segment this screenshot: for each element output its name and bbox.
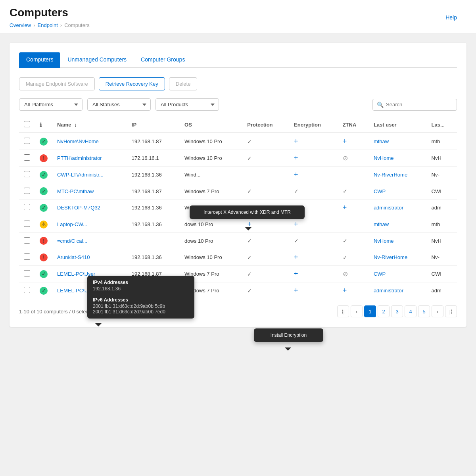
ztna-cell: ⊘ — [338, 266, 369, 282]
info-icon[interactable]: ℹ — [40, 122, 42, 128]
last-user-link[interactable]: CWP — [374, 188, 386, 194]
row-checkbox[interactable] — [24, 237, 30, 244]
last-user-link[interactable]: mthaw — [374, 221, 389, 227]
ztna-cell: + — [338, 200, 369, 216]
computer-name-link[interactable]: Laptop-CW... — [57, 221, 87, 227]
page-1-button[interactable]: 1 — [364, 305, 376, 317]
row-checkbox[interactable] — [24, 253, 30, 260]
pagination-summary: 1-10 of 10 computers / 0 selected — [19, 309, 96, 315]
plus-icon[interactable]: + — [294, 253, 298, 261]
plus-icon[interactable]: + — [343, 137, 347, 145]
last-user-link[interactable]: administrator — [374, 205, 403, 211]
row-checkbox[interactable] — [24, 270, 30, 276]
check-icon: ✓ — [343, 254, 347, 261]
check-icon: ✓ — [247, 188, 252, 194]
status-filter[interactable]: All Statuses — [87, 98, 151, 111]
plus-icon[interactable]: + — [343, 203, 347, 211]
computer-name-link[interactable]: =cmd/C cal... — [57, 238, 87, 244]
row-checkbox[interactable] — [24, 154, 30, 161]
table-row: ✓ LEMEL-PC\User2 192.168.1.36 Windows 7 … — [19, 282, 457, 299]
check-icon: ✓ — [247, 288, 252, 294]
plus-icon[interactable]: + — [343, 286, 347, 294]
page-2-button[interactable]: 2 — [378, 305, 390, 317]
computer-name-link[interactable]: DESKTOP-M7Q32 — [57, 205, 100, 211]
product-filter[interactable]: All Products — [155, 98, 219, 111]
interceptx-tooltip-arrow — [245, 227, 251, 230]
plus-icon[interactable]: + — [294, 270, 298, 278]
last-user-link[interactable]: NvHome — [374, 238, 394, 244]
last-cell: mth — [427, 216, 457, 233]
plus-icon[interactable]: + — [294, 286, 298, 294]
ip-cell: 192.168.1.36 — [127, 249, 180, 266]
page-4-button[interactable]: 4 — [405, 305, 416, 317]
select-all-checkbox[interactable] — [24, 121, 30, 127]
last-cell: adm — [427, 200, 457, 216]
page-5-button[interactable]: 5 — [418, 305, 430, 317]
os-cell: Windows 10 Pro — [180, 150, 242, 167]
ip-tooltip-arrow — [95, 323, 102, 326]
status-icon: ✓ — [40, 187, 48, 195]
protection-cell: ✓ — [242, 233, 289, 249]
toolbar: Manage Endpoint Software Retrieve Recove… — [19, 77, 457, 90]
last-user-link[interactable]: mthaw — [374, 138, 389, 144]
row-checkbox[interactable] — [24, 171, 30, 177]
breadcrumb-overview[interactable]: Overview — [10, 22, 31, 28]
last-user-link[interactable]: CWP — [374, 271, 386, 277]
pagination: 1-10 of 10 computers / 0 selected ⟨| ‹ 1… — [19, 305, 457, 317]
last-page-button[interactable]: |⟩ — [445, 305, 457, 317]
page-3-button[interactable]: 3 — [391, 305, 403, 317]
status-icon: ✓ — [40, 204, 48, 212]
search-input[interactable] — [386, 102, 453, 107]
retrieve-recovery-key-button[interactable]: Retrieve Recovery Key — [99, 77, 165, 90]
row-checkbox[interactable] — [24, 138, 30, 144]
tab-groups[interactable]: Computer Groups — [134, 52, 192, 68]
manage-endpoint-button[interactable]: Manage Endpoint Software — [19, 77, 95, 90]
ip-cell: 192.168.1.87 — [127, 183, 180, 200]
next-page-button[interactable]: › — [432, 305, 443, 317]
ip-cell: 172.16.16.1 — [127, 150, 180, 167]
check-icon: ✓ — [294, 188, 299, 194]
tab-computers[interactable]: Computers — [19, 52, 60, 68]
breadcrumb: Overview › Endpoint › Computers — [10, 22, 466, 33]
last-user-link[interactable]: NvHome — [374, 155, 394, 161]
ip-cell: 192.168.1.36 — [127, 167, 180, 183]
ipv6-value2: 2001:fb1:31:d63c:d2d:9ab0b:7ed0 — [93, 309, 189, 315]
row-checkbox[interactable] — [24, 204, 30, 210]
computer-name-link[interactable]: MTC-PC\mthaw — [57, 188, 94, 194]
computer-name-link[interactable]: NvHome\NvHome — [57, 138, 99, 144]
encryption-cell: + — [289, 249, 338, 266]
row-checkbox[interactable] — [24, 188, 30, 194]
computer-name-link[interactable]: CWP-LT\Administr... — [57, 172, 104, 178]
plus-icon[interactable]: + — [247, 220, 251, 228]
install-enc-tooltip: Install Encryption — [254, 328, 323, 342]
filters-bar: All Platforms All Statuses All Products … — [19, 98, 457, 111]
check-icon: ✓ — [247, 271, 252, 277]
last-user-link[interactable]: administrator — [374, 288, 403, 294]
plus-icon[interactable]: + — [294, 154, 298, 162]
computers-card: Computers Unmanaged Computers Computer G… — [10, 43, 466, 327]
last-cell: NvH — [427, 233, 457, 249]
last-cell: adm — [427, 282, 457, 299]
col-encryption: Encryption — [289, 117, 338, 133]
last-user-link[interactable]: Nv-RiverHome — [374, 172, 407, 178]
plus-icon[interactable]: + — [294, 171, 298, 178]
delete-button[interactable]: Delete — [169, 77, 198, 90]
breadcrumb-endpoint[interactable]: Endpoint — [38, 22, 58, 28]
help-link[interactable]: Help — [445, 14, 457, 21]
last-user-link[interactable]: Nv-RiverHome — [374, 254, 407, 260]
prev-page-button[interactable]: ‹ — [351, 305, 363, 317]
plus-icon[interactable]: + — [294, 220, 298, 228]
row-checkbox[interactable] — [24, 221, 30, 227]
page-controls: ⟨| ‹ 1 2 3 4 5 › |⟩ — [337, 305, 457, 317]
computer-name-link[interactable]: Arunkiat-S410 — [57, 254, 90, 260]
plus-icon[interactable]: + — [294, 137, 298, 145]
platform-filter[interactable]: All Platforms — [19, 98, 83, 111]
row-checkbox[interactable] — [24, 287, 30, 293]
first-page-button[interactable]: ⟨| — [337, 305, 349, 317]
protection-cell: ✓ — [242, 183, 289, 200]
computer-name-link[interactable]: PTTH\administrator — [57, 155, 102, 161]
check-icon: ✓ — [247, 155, 252, 161]
tab-unmanaged[interactable]: Unmanaged Computers — [60, 52, 134, 68]
last-user-cell: NvHome — [369, 150, 427, 167]
main-content: Computers Unmanaged Computers Computer G… — [0, 33, 476, 336]
